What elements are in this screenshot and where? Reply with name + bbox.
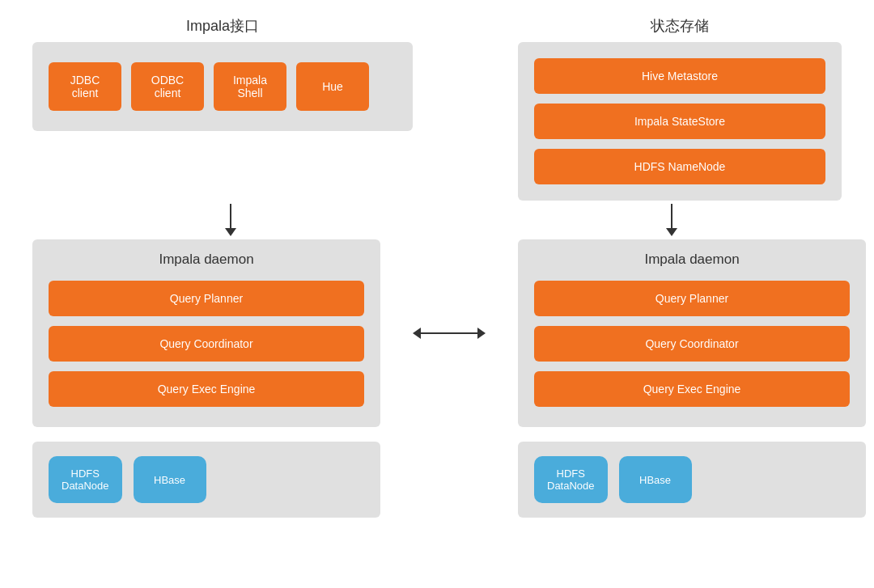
- state-store-gray-box: Hive Metastore Impala StateStore HDFS Na…: [518, 42, 842, 201]
- query-exec-engine-right-btn: Query Exec Engine: [534, 371, 850, 407]
- impala-interface-box: JDBCclient ODBCclient ImpalaShell Hue: [32, 42, 413, 201]
- hbase-right-btn: HBase: [619, 456, 692, 503]
- arrow-right-head: [477, 328, 486, 339]
- storage-left-box: HDFSDataNode HBase: [32, 442, 380, 518]
- impala-interface-title: Impala接口: [32, 16, 413, 36]
- hdfs-datanode-right-btn: HDFSDataNode: [534, 456, 608, 503]
- query-planner-left-btn: Query Planner: [49, 281, 364, 316]
- state-store-title: 状态存储: [518, 16, 842, 36]
- odbc-client-btn: ODBCclient: [131, 62, 204, 111]
- query-coordinator-left-btn: Query Coordinator: [49, 326, 364, 362]
- hdfs-namenode-btn: HDFS NameNode: [534, 149, 825, 184]
- impala-shell-btn: ImpalaShell: [214, 62, 286, 111]
- storage-right-box: HDFSDataNode HBase: [518, 442, 842, 518]
- top-boxes-row: JDBCclient ODBCclient ImpalaShell Hue Hi…: [32, 42, 842, 201]
- state-store-box: Hive Metastore Impala StateStore HDFS Na…: [518, 42, 842, 201]
- hive-metastore-btn: Hive Metastore: [534, 58, 825, 94]
- arrow-h-line: [421, 332, 477, 334]
- interface-gray-box: JDBCclient ODBCclient ImpalaShell Hue: [32, 42, 413, 131]
- daemon-row: Impala daemon Query Planner Query Coordi…: [32, 239, 842, 427]
- hue-btn: Hue: [296, 62, 369, 111]
- impala-statestore-btn: Impala StateStore: [534, 104, 825, 139]
- daemon-left-inner: Query Planner Query Coordinator Query Ex…: [49, 281, 364, 407]
- storage-right-gray-box: HDFSDataNode HBase: [518, 442, 866, 518]
- hbase-left-btn: HBase: [134, 456, 206, 503]
- daemon-right-title: Impala daemon: [534, 252, 850, 268]
- arrow-left-head: [413, 328, 421, 339]
- down-arrows-row: [32, 201, 842, 239]
- jdbc-client-btn: JDBCclient: [49, 62, 121, 111]
- right-down-arrow: [510, 201, 834, 239]
- daemon-right-gray-box: Impala daemon Query Planner Query Coordi…: [518, 239, 866, 427]
- daemon-right-inner: Query Planner Query Coordinator Query Ex…: [534, 281, 850, 407]
- daemon-left-gray-box: Impala daemon Query Planner Query Coordi…: [32, 239, 380, 427]
- bidir-arrow: [380, 328, 518, 339]
- diagram-container: Impala接口 状态存储 JDBCclient ODBCclient Impa…: [0, 0, 874, 588]
- daemon-left-title: Impala daemon: [49, 252, 364, 268]
- query-coordinator-right-btn: Query Coordinator: [534, 326, 850, 362]
- hdfs-datanode-left-btn: HDFSDataNode: [49, 456, 122, 503]
- daemon-left-box: Impala daemon Query Planner Query Coordi…: [32, 239, 380, 427]
- storage-row: HDFSDataNode HBase HDFSDataNode HBase: [32, 442, 842, 518]
- query-exec-engine-left-btn: Query Exec Engine: [49, 371, 364, 407]
- title-row: Impala接口 状态存储: [32, 16, 842, 36]
- daemon-right-box: Impala daemon Query Planner Query Coordi…: [518, 239, 842, 427]
- storage-left-gray-box: HDFSDataNode HBase: [32, 442, 380, 518]
- left-down-arrow: [40, 201, 421, 239]
- query-planner-right-btn: Query Planner: [534, 281, 850, 316]
